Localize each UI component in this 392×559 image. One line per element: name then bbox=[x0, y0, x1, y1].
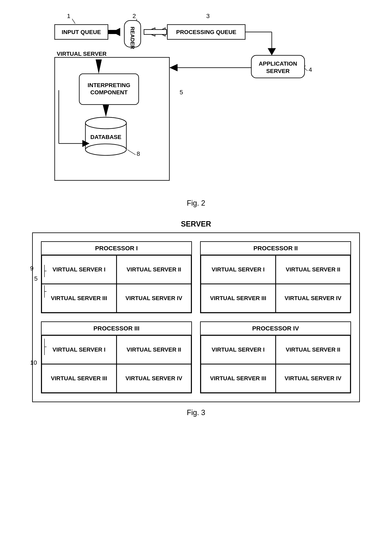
svg-marker-17 bbox=[268, 48, 276, 55]
server-label: SERVER bbox=[32, 220, 360, 228]
svg-text:INTERPRETING: INTERPRETING bbox=[88, 82, 130, 88]
p4-vs3: VIRTUAL SERVER III bbox=[201, 364, 276, 393]
svg-rect-11 bbox=[144, 29, 166, 34]
fig3-caption: Fig. 3 bbox=[32, 408, 360, 417]
p3-vs1: VIRTUAL SERVER I bbox=[42, 335, 117, 364]
p2-vs4: VIRTUAL SERVER IV bbox=[276, 284, 351, 313]
fig3-container: SERVER 9 5 10 PROCESSOR I VIRTUAL SERVER… bbox=[32, 220, 360, 417]
processors-grid: PROCESSOR I VIRTUAL SERVER I VIRTUAL SER… bbox=[41, 241, 351, 393]
p3-vs3: VIRTUAL SERVER III bbox=[42, 364, 117, 393]
processor-ii-box: PROCESSOR II VIRTUAL SERVER I VIRTUAL SE… bbox=[200, 241, 351, 313]
svg-text:8: 8 bbox=[137, 150, 140, 157]
p1-vs3: VIRTUAL SERVER III bbox=[42, 284, 117, 313]
processor-iii-vs-grid: VIRTUAL SERVER I VIRTUAL SERVER II VIRTU… bbox=[42, 335, 191, 393]
p2-vs1: VIRTUAL SERVER I bbox=[201, 255, 276, 284]
processor-iv-box: PROCESSOR IV VIRTUAL SERVER I VIRTUAL SE… bbox=[200, 321, 351, 393]
processor-i-box: PROCESSOR I VIRTUAL SERVER I VIRTUAL SER… bbox=[41, 241, 192, 313]
svg-text:SERVER: SERVER bbox=[266, 68, 290, 74]
svg-text:COMPONENT: COMPONENT bbox=[90, 89, 128, 95]
svg-rect-4 bbox=[108, 30, 120, 34]
p2-vs2: VIRTUAL SERVER II bbox=[276, 255, 351, 284]
svg-text:INPUT QUEUE: INPUT QUEUE bbox=[62, 29, 101, 35]
svg-text:3: 3 bbox=[206, 12, 210, 19]
fig2-container: 1 INPUT QUEUE 2 READER 3 bbox=[32, 8, 360, 207]
p4-vs4: VIRTUAL SERVER IV bbox=[276, 364, 351, 393]
processor-iv-vs-grid: VIRTUAL SERVER I VIRTUAL SERVER II VIRTU… bbox=[201, 335, 350, 393]
p2-vs3: VIRTUAL SERVER III bbox=[201, 284, 276, 313]
svg-text:DATABASE: DATABASE bbox=[90, 134, 121, 140]
svg-text:READER: READER bbox=[129, 27, 136, 49]
svg-text:2: 2 bbox=[133, 12, 136, 19]
p3-vs4: VIRTUAL SERVER IV bbox=[117, 364, 191, 393]
processor-ii-vs-grid: VIRTUAL SERVER I VIRTUAL SERVER II VIRTU… bbox=[201, 255, 350, 313]
processor-iii-title: PROCESSOR III bbox=[42, 322, 191, 335]
p3-vs2: VIRTUAL SERVER II bbox=[117, 335, 191, 364]
processor-i-title: PROCESSOR I bbox=[42, 242, 191, 255]
svg-text:4: 4 bbox=[309, 66, 312, 73]
svg-text:1: 1 bbox=[67, 12, 71, 19]
p1-vs4: VIRTUAL SERVER IV bbox=[117, 284, 191, 313]
processor-ii-title: PROCESSOR II bbox=[201, 242, 350, 255]
svg-point-38 bbox=[85, 117, 126, 129]
svg-text:5: 5 bbox=[180, 89, 183, 95]
svg-text:VIRTUAL SERVER: VIRTUAL SERVER bbox=[57, 51, 107, 57]
processor-i-vs-grid: VIRTUAL SERVER I VIRTUAL SERVER II VIRTU… bbox=[42, 255, 191, 313]
fig2-caption: Fig. 2 bbox=[32, 199, 360, 207]
p1-vs2: VIRTUAL SERVER II bbox=[117, 255, 191, 284]
p4-vs2: VIRTUAL SERVER II bbox=[276, 335, 351, 364]
svg-text:PROCESSING QUEUE: PROCESSING QUEUE bbox=[176, 29, 236, 35]
svg-text:APPLICATION: APPLICATION bbox=[259, 60, 297, 67]
p1-vs1: VIRTUAL SERVER I bbox=[42, 255, 117, 284]
svg-marker-23 bbox=[169, 64, 178, 71]
server-outer-box: PROCESSOR I VIRTUAL SERVER I VIRTUAL SER… bbox=[32, 233, 360, 402]
svg-point-37 bbox=[85, 144, 126, 155]
processor-iii-box: PROCESSOR III VIRTUAL SERVER I VIRTUAL S… bbox=[41, 321, 192, 393]
p4-vs1: VIRTUAL SERVER I bbox=[201, 335, 276, 364]
fig2-diagram: 1 INPUT QUEUE 2 READER 3 bbox=[42, 8, 350, 193]
processor-iv-title: PROCESSOR IV bbox=[201, 322, 350, 335]
